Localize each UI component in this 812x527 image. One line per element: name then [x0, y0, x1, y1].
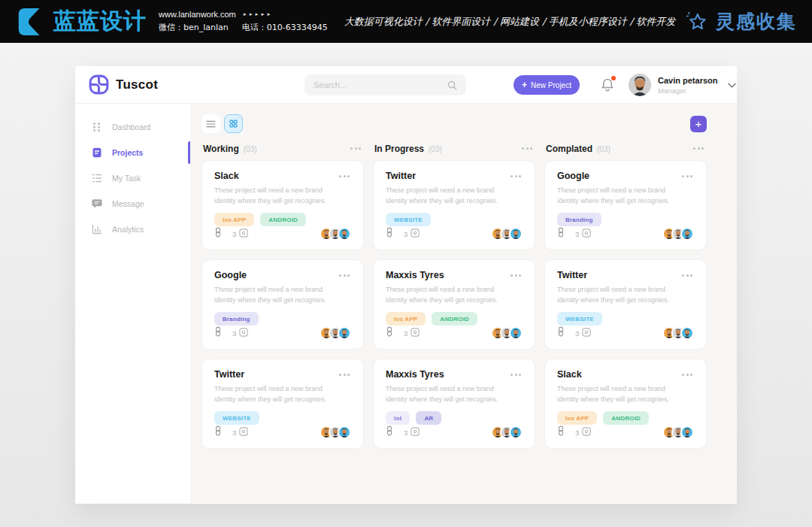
tag-ar[interactable]: AR	[416, 411, 441, 425]
attachment-link[interactable]	[214, 326, 222, 340]
card-menu-icon[interactable]	[509, 174, 523, 179]
card-menu-icon[interactable]	[680, 372, 694, 377]
tag-branding[interactable]: Branding	[557, 213, 601, 226]
add-column-button[interactable]: +	[690, 116, 707, 132]
sidebar-item-my-task[interactable]: My Task	[75, 165, 190, 191]
card-menu-icon[interactable]	[509, 372, 523, 377]
list-view-button[interactable]	[201, 114, 220, 133]
sidebar: Dashboard Projects My Task Message Analy…	[75, 104, 190, 503]
column-title: Complated(03)	[546, 141, 611, 155]
project-card[interactable]: GoogleThese project will need a new bran…	[544, 160, 707, 250]
attachment-count: 3	[575, 229, 591, 239]
attachment-count-value: 3	[232, 429, 236, 437]
card-menu-icon[interactable]	[509, 273, 523, 278]
card-menu-icon[interactable]	[338, 174, 351, 179]
lanlan-logo-text: 蓝蓝设计	[53, 6, 147, 37]
project-card[interactable]: Maxxis TyresThese project will need a ne…	[373, 359, 535, 449]
tag-website[interactable]: WEBSITE	[557, 312, 602, 326]
avatar[interactable]	[338, 326, 351, 340]
avatar[interactable]	[509, 426, 523, 439]
project-card[interactable]: GoogleThese project will need a new bran…	[201, 259, 364, 350]
sidebar-item-analytics[interactable]: Analytics	[75, 217, 190, 242]
attachment-link[interactable]	[557, 426, 565, 439]
chevron-down-icon[interactable]	[728, 83, 736, 88]
card-title: Google	[214, 270, 247, 280]
avatar[interactable]	[680, 426, 694, 439]
attachment-link[interactable]	[386, 326, 393, 340]
attachment-image	[239, 229, 248, 239]
tag-iot[interactable]: Iot	[386, 411, 410, 425]
attachment-link[interactable]	[214, 426, 222, 439]
avatar-image	[339, 328, 350, 338]
project-card[interactable]: Maxxis TyresThese project will need a ne…	[373, 259, 535, 350]
project-card[interactable]: SlackThese project will need a new brand…	[201, 160, 364, 250]
notification-bell[interactable]	[599, 77, 616, 93]
card-menu-icon[interactable]	[338, 372, 351, 377]
avatar-image	[511, 229, 521, 239]
user-profile[interactable]: Cavin petarson Manager	[629, 74, 736, 96]
analytics-icon	[92, 224, 102, 235]
attachment-count-value: 3	[404, 230, 408, 238]
attachment-count: 3	[575, 427, 591, 438]
tag-android[interactable]: ANDROID	[432, 312, 477, 326]
attachment-link[interactable]	[214, 227, 222, 241]
sidebar-item-dashboard[interactable]: Dashboard	[75, 114, 190, 140]
tag-website[interactable]: WEBSITE	[214, 411, 259, 425]
project-card[interactable]: SlackThese project will need a new brand…	[544, 359, 707, 449]
attachment-link[interactable]	[557, 326, 565, 340]
tag-branding[interactable]: Branding	[214, 312, 259, 326]
column-title: Working(03)	[203, 141, 257, 155]
card-description: These project will need a new brand iden…	[557, 186, 686, 206]
attachment-link[interactable]	[557, 227, 565, 241]
view-toggle	[201, 114, 243, 133]
column-menu-icon[interactable]	[520, 146, 534, 151]
tag-website[interactable]: WEBSITE	[386, 213, 431, 226]
avatar[interactable]	[338, 227, 351, 241]
attachment-link-icon	[386, 227, 393, 238]
attachment-link[interactable]	[386, 426, 393, 439]
image-icon	[582, 229, 591, 238]
banner-arrows: ►►►►►	[243, 12, 273, 17]
tag-ios[interactable]: Ios APP	[557, 411, 597, 425]
column-menu-icon[interactable]	[692, 146, 705, 151]
sidebar-item-message[interactable]: Message	[75, 191, 190, 217]
attachment-link[interactable]	[386, 227, 393, 241]
sidebar-item-projects[interactable]: Projects	[75, 140, 190, 165]
attachment-link-icon	[557, 227, 565, 238]
new-project-button[interactable]: + New Project	[514, 75, 580, 95]
column-menu-icon[interactable]	[349, 146, 362, 151]
card-footer: 3	[386, 326, 523, 340]
tag-android[interactable]: ANDROID	[603, 411, 649, 425]
task-list-icon	[92, 173, 102, 183]
card-menu-icon[interactable]	[680, 174, 694, 179]
grid-view-button[interactable]	[224, 114, 243, 133]
card-menu-icon[interactable]	[680, 273, 694, 278]
column-title-text: In Progress	[374, 144, 424, 154]
project-card[interactable]: TwitterThese project will need a new bra…	[373, 160, 535, 250]
avatar[interactable]	[338, 426, 351, 439]
search-input[interactable]	[314, 80, 447, 89]
card-tags: Branding	[557, 213, 694, 226]
board-content: + Working(03)SlackThese project will nee…	[190, 104, 737, 503]
project-card[interactable]: TwitterThese project will need a new bra…	[544, 259, 707, 350]
avatar[interactable]	[509, 227, 523, 241]
search-bar[interactable]	[304, 74, 466, 95]
image-icon	[582, 328, 591, 337]
tag-ios[interactable]: Ios APP	[214, 213, 254, 226]
card-tags: WEBSITE	[386, 213, 523, 226]
tag-ios[interactable]: Ios APP	[386, 312, 426, 326]
tag-android[interactable]: ANDROID	[260, 213, 306, 226]
card-menu-icon[interactable]	[338, 273, 351, 278]
avatar[interactable]	[680, 326, 694, 340]
avatar-image	[629, 74, 651, 96]
column-header: Working(03)	[201, 143, 364, 153]
card-avatars	[662, 227, 694, 241]
column-title-text: Working	[203, 144, 239, 154]
project-card[interactable]: TwitterThese project will need a new bra…	[201, 359, 364, 449]
avatar[interactable]	[509, 326, 523, 340]
card-avatars	[491, 426, 523, 439]
app-logo: Tuscot	[89, 74, 158, 95]
search-icon[interactable]	[447, 80, 457, 90]
board-column: Complated(03)GoogleThese project will ne…	[544, 143, 707, 458]
avatar[interactable]	[680, 227, 694, 241]
